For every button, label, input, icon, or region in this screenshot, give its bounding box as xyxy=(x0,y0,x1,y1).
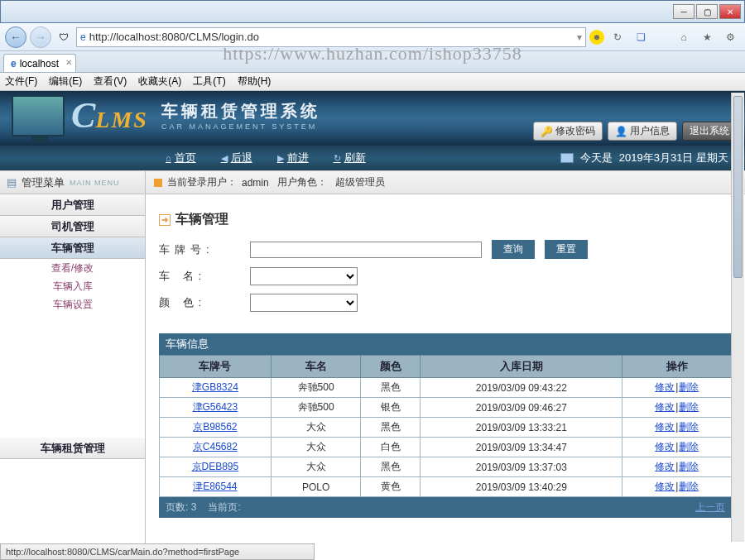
sidebar-header: ▤ 管理菜单 MAIN MENU xyxy=(0,171,145,194)
delete-link[interactable]: 删除 xyxy=(679,421,699,433)
refresh-icon[interactable]: ↻ xyxy=(608,27,627,47)
user-icon: 👤 xyxy=(615,126,627,137)
table-header: 颜色 xyxy=(361,356,421,378)
edit-link[interactable]: 修改 xyxy=(655,461,675,472)
shield-icon[interactable]: 🛡 xyxy=(55,28,73,46)
table-title: 车辆信息 xyxy=(159,333,732,355)
app-title-en: CAR MANAGEMENT SYSTEM xyxy=(161,122,320,131)
forward-button[interactable]: → xyxy=(30,26,51,48)
date-prefix: 今天是 xyxy=(580,151,613,165)
logout-button[interactable]: 退出系统 xyxy=(682,122,737,141)
edit-link[interactable]: 修改 xyxy=(655,381,675,393)
nav-link[interactable]: ↻刷新 xyxy=(334,151,366,165)
plate-link[interactable]: 津E86544 xyxy=(193,481,237,492)
table-row: 京DEB895大众黑色2019/03/09 13:37:03修改|删除 xyxy=(160,457,732,477)
prev-page-link[interactable]: 上一页 xyxy=(695,500,725,515)
plate-link[interactable]: 津G56423 xyxy=(193,401,238,413)
scrollbar-thumb[interactable] xyxy=(733,96,743,278)
browser-menu: 文件(F)编辑(E)查看(V)收藏夹(A)工具(T)帮助(H) xyxy=(0,73,745,91)
nav-icon: ⌂ xyxy=(166,153,171,163)
name-select[interactable] xyxy=(250,267,358,285)
tab-title: localhost xyxy=(20,58,59,69)
close-button[interactable]: ✕ xyxy=(719,4,741,19)
edit-link[interactable]: 修改 xyxy=(655,421,675,433)
table-row: 津G56423奔驰500银色2019/03/09 09:46:27修改|删除 xyxy=(160,398,732,418)
nav-link[interactable]: ▶前进 xyxy=(277,151,309,165)
key-icon: 🔑 xyxy=(541,126,553,137)
dropdown-icon[interactable]: ▾ xyxy=(577,31,582,43)
vertical-scrollbar[interactable] xyxy=(731,93,744,542)
plate-link[interactable]: 京C45682 xyxy=(193,441,238,452)
browser-menu-item[interactable]: 文件(F) xyxy=(5,74,37,89)
browser-menu-item[interactable]: 工具(T) xyxy=(193,74,225,89)
edit-link[interactable]: 修改 xyxy=(655,441,675,452)
sidebar-item[interactable]: 车辆管理 xyxy=(0,237,145,259)
browser-menu-item[interactable]: 查看(V) xyxy=(94,74,127,89)
car-table: 车辆信息 车牌号车名颜色入库日期操作 津GB8324奔驰500黑色2019/03… xyxy=(159,333,732,518)
sidebar-item[interactable]: 用户管理 xyxy=(0,194,145,216)
sidebar-item-rental[interactable]: 车辆租赁管理 xyxy=(0,438,145,459)
delete-link[interactable]: 删除 xyxy=(679,401,699,413)
home-icon[interactable]: ⌂ xyxy=(674,27,694,47)
sidebar-item[interactable]: 司机管理 xyxy=(0,216,145,237)
label-name: 车 名: xyxy=(159,269,250,284)
color-select[interactable] xyxy=(250,294,358,312)
app-root: CLMS 车辆租赁管理系统 CAR MANAGEMENT SYSTEM 🔑修改密… xyxy=(0,91,745,556)
edit-link[interactable]: 修改 xyxy=(655,481,675,492)
window-titlebar: ─ ▢ ✕ xyxy=(0,0,745,23)
table-row: 津E86544POLO黄色2019/03/09 13:40:29修改|删除 xyxy=(160,477,732,497)
plate-input[interactable] xyxy=(250,242,482,258)
delete-link[interactable]: 删除 xyxy=(679,381,699,393)
logo-lms: LMS xyxy=(95,107,148,132)
label-plate: 车牌号: xyxy=(159,242,250,257)
sidebar-sub-item[interactable]: 查看/修改 xyxy=(0,259,145,277)
sidebar-sub-item[interactable]: 车辆设置 xyxy=(0,295,145,314)
reset-button[interactable]: 重置 xyxy=(545,240,588,259)
table-row: 津GB8324奔驰500黑色2019/03/09 09:43:22修改|删除 xyxy=(160,378,732,398)
feed-icon[interactable]: ❏ xyxy=(631,27,651,47)
app-title-cn: 车辆租赁管理系统 xyxy=(161,100,320,122)
delete-link[interactable]: 删除 xyxy=(679,481,699,492)
delete-link[interactable]: 删除 xyxy=(679,461,699,472)
browser-tab[interactable]: e localhost ✕ xyxy=(3,54,76,72)
table-header: 入库日期 xyxy=(421,356,622,378)
favorites-icon[interactable]: ★ xyxy=(697,27,717,47)
label-color: 颜 色: xyxy=(159,295,250,310)
main-content: 当前登录用户： admin 用户角色： 超级管理员 ➜ 车辆管理 车牌号: 查询… xyxy=(146,171,745,556)
browser-menu-item[interactable]: 收藏夹(A) xyxy=(138,74,181,89)
nav-link[interactable]: ◀后退 xyxy=(221,151,252,165)
plate-link[interactable]: 京DEB895 xyxy=(192,461,239,472)
tab-strip: e localhost ✕ xyxy=(0,51,745,73)
tools-icon[interactable]: ⚙ xyxy=(720,27,740,47)
back-button[interactable]: ← xyxy=(5,26,26,48)
table-row: 京C45682大众白色2019/03/09 13:34:47修改|删除 xyxy=(160,438,732,457)
plate-link[interactable]: 津GB8324 xyxy=(192,381,238,393)
change-password-button[interactable]: 🔑修改密码 xyxy=(533,122,603,141)
nav-icon: ◀ xyxy=(221,153,228,164)
ie-icon: e xyxy=(80,31,86,43)
user-info-button[interactable]: 👤用户信息 xyxy=(608,122,677,141)
breadcrumb: 当前登录用户： admin 用户角色： 超级管理员 xyxy=(146,171,745,194)
sidebar: ▤ 管理菜单 MAIN MENU 用户管理司机管理车辆管理 查看/修改车辆入库车… xyxy=(0,171,146,556)
app-nav: ⌂首页◀后退▶前进↻刷新 今天是 2019年3月31日 星期天 xyxy=(0,146,745,170)
status-bar: http://localhost:8080/CLMS/carMain.do?me… xyxy=(0,543,315,560)
tab-close-icon[interactable]: ✕ xyxy=(65,58,72,67)
sidebar-sub-item[interactable]: 车辆入库 xyxy=(0,277,145,295)
table-row: 京B98562大众黑色2019/03/09 13:33:21修改|删除 xyxy=(160,418,732,438)
delete-link[interactable]: 删除 xyxy=(679,441,699,452)
list-icon: ▤ xyxy=(7,176,17,189)
maximize-button[interactable]: ▢ xyxy=(696,4,718,19)
minimize-button[interactable]: ─ xyxy=(673,4,695,19)
nav-link[interactable]: ⌂首页 xyxy=(166,151,196,165)
date-text: 2019年3月31日 星期天 xyxy=(619,151,728,165)
browser-menu-item[interactable]: 帮助(H) xyxy=(238,74,272,89)
smiley-icon[interactable]: ☻ xyxy=(589,30,604,45)
url-text: http://localhost:8080/CLMS/login.do xyxy=(89,31,574,43)
edit-link[interactable]: 修改 xyxy=(655,401,675,413)
query-button[interactable]: 查询 xyxy=(492,240,535,259)
url-field[interactable]: e http://localhost:8080/CLMS/login.do ▾ xyxy=(76,27,586,47)
plate-link[interactable]: 京B98562 xyxy=(193,421,237,433)
nav-icon: ↻ xyxy=(334,153,341,164)
table-header: 车名 xyxy=(271,356,361,378)
browser-menu-item[interactable]: 编辑(E) xyxy=(49,74,82,89)
